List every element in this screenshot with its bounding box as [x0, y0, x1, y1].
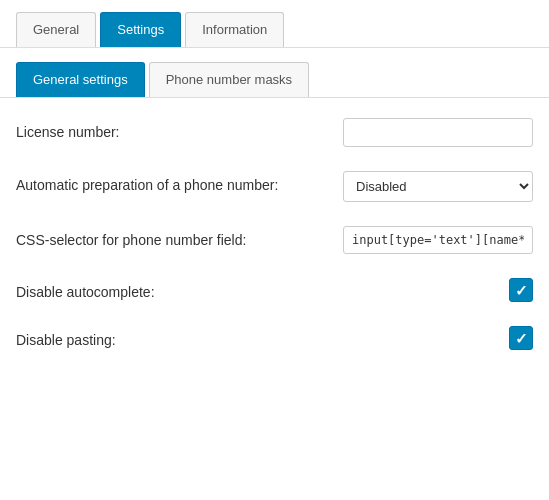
css-selector-field [286, 226, 533, 254]
license-number-field [286, 118, 533, 147]
main-tabs: General Settings Information [0, 0, 549, 48]
subtab-phone-number-masks[interactable]: Phone number masks [149, 62, 309, 97]
disable-autocomplete-label: Disable autocomplete: [16, 278, 286, 300]
settings-panel: License number: Automatic preparation of… [0, 98, 549, 394]
tab-settings[interactable]: Settings [100, 12, 181, 47]
disable-autocomplete-row: Disable autocomplete: ✓ [16, 278, 533, 302]
disable-pasting-row: Disable pasting: ✓ [16, 326, 533, 350]
tab-general[interactable]: General [16, 12, 96, 47]
license-number-row: License number: [16, 118, 533, 147]
disable-pasting-checkbox[interactable]: ✓ [509, 326, 533, 350]
subtab-general-settings[interactable]: General settings [16, 62, 145, 97]
disable-autocomplete-field: ✓ [286, 278, 533, 302]
auto-preparation-field: Disabled Enabled [286, 171, 533, 202]
auto-preparation-select[interactable]: Disabled Enabled [343, 171, 533, 202]
disable-pasting-label: Disable pasting: [16, 326, 286, 348]
sub-tabs: General settings Phone number masks [0, 48, 549, 98]
disable-pasting-field: ✓ [286, 326, 533, 350]
checkmark-icon-2: ✓ [515, 331, 528, 346]
auto-preparation-row: Automatic preparation of a phone number:… [16, 171, 533, 202]
license-number-label: License number: [16, 118, 286, 140]
license-number-input[interactable] [343, 118, 533, 147]
css-selector-row: CSS-selector for phone number field: [16, 226, 533, 254]
disable-autocomplete-checkbox[interactable]: ✓ [509, 278, 533, 302]
auto-preparation-label: Automatic preparation of a phone number: [16, 171, 286, 193]
css-selector-label: CSS-selector for phone number field: [16, 226, 286, 248]
checkmark-icon: ✓ [515, 283, 528, 298]
tab-information[interactable]: Information [185, 12, 284, 47]
css-selector-input[interactable] [343, 226, 533, 254]
